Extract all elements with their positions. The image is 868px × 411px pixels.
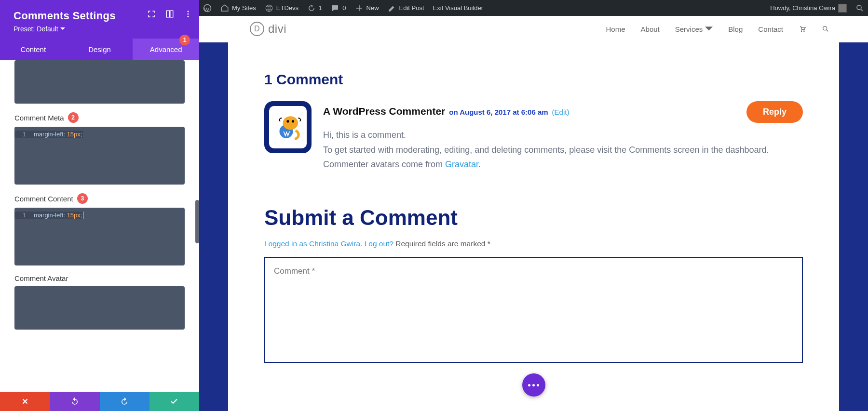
- wp-new[interactable]: New: [355, 4, 379, 13]
- comment-meta: on August 6, 2017 at 6:06 am: [449, 108, 548, 116]
- site-logo[interactable]: D divi: [250, 22, 286, 36]
- cancel-button[interactable]: [0, 392, 50, 411]
- wp-howdy[interactable]: Howdy, Christina Gwira: [770, 4, 847, 13]
- nav-about[interactable]: About: [641, 25, 660, 33]
- svg-point-0: [188, 11, 189, 12]
- comment-edit-link[interactable]: (Edit): [552, 108, 570, 116]
- nav-home[interactable]: Home: [606, 25, 625, 33]
- main-nav: Home About Services Blog Contact: [606, 25, 829, 33]
- cart-icon[interactable]: [799, 25, 806, 33]
- submit-heading: Submit a Comment: [264, 206, 803, 230]
- wp-site[interactable]: ETDevs: [265, 4, 298, 13]
- page-canvas: 1 Comment: [228, 42, 839, 411]
- sidebar-tabs: Content Design Advanced 1: [0, 39, 199, 60]
- wp-mysites[interactable]: My Sites: [220, 4, 256, 13]
- nav-contact[interactable]: Contact: [758, 25, 783, 33]
- code-editor-prev[interactable]: [14, 60, 185, 104]
- code-editor-comment-content[interactable]: 1 margin-left: 15px;: [14, 208, 185, 265]
- fab-button[interactable]: [522, 373, 545, 397]
- wp-search[interactable]: [855, 4, 864, 13]
- code-editor-comment-meta[interactable]: 1 margin-left: 15px;: [14, 127, 185, 185]
- preset-dropdown[interactable]: Preset: Default: [14, 25, 186, 33]
- redo-button[interactable]: [100, 392, 149, 411]
- svg-point-8: [283, 116, 298, 130]
- scrollbar[interactable]: [195, 200, 199, 243]
- expand-icon[interactable]: [147, 10, 156, 18]
- logged-in-link[interactable]: Logged in as Christina Gwira: [264, 239, 360, 248]
- wp-logo[interactable]: [203, 4, 212, 13]
- comment-text: Hi, this is a comment. To get started wi…: [323, 128, 803, 172]
- svg-point-10: [292, 120, 294, 122]
- comment-textarea[interactable]: [264, 257, 803, 363]
- wp-admin-bar: My Sites ETDevs 1 0 New Edit Post Exit V…: [199, 0, 868, 16]
- field-label-comment-content: Comment Content 3: [14, 193, 185, 204]
- tab-badge: 1: [179, 35, 190, 45]
- svg-point-5: [857, 5, 861, 10]
- comments-heading: 1 Comment: [264, 71, 803, 88]
- wp-updates[interactable]: 1: [307, 4, 322, 13]
- comment-author: A WordPress Commenter: [323, 106, 445, 117]
- wp-comments[interactable]: 0: [331, 4, 346, 13]
- sidebar-header: Comments Settings Preset: Default: [0, 0, 199, 39]
- page-frame: 1 Comment: [199, 42, 868, 411]
- wp-edit[interactable]: Edit Post: [388, 4, 424, 13]
- wapuu-icon: [274, 114, 301, 141]
- site-header: D divi Home About Services Blog Contact: [199, 16, 868, 42]
- logout-link[interactable]: Log out?: [365, 239, 393, 248]
- code-editor-comment-avatar[interactable]: [14, 286, 185, 330]
- svg-point-2: [188, 16, 189, 17]
- nav-services[interactable]: Services: [675, 25, 713, 33]
- sidebar-footer: [0, 392, 199, 411]
- comment-avatar: [264, 101, 312, 153]
- user-avatar: [838, 4, 847, 13]
- reply-button[interactable]: Reply: [746, 101, 803, 123]
- search-icon[interactable]: [822, 25, 829, 33]
- svg-point-1: [188, 13, 189, 15]
- settings-sidebar: Comments Settings Preset: Default Conten…: [0, 0, 199, 411]
- field-label-comment-meta: Comment Meta 2: [14, 112, 185, 123]
- columns-icon[interactable]: [165, 10, 174, 18]
- field-label-comment-avatar: Comment Avatar: [14, 274, 185, 282]
- comment-item: A WordPress Commenter on August 6, 2017 …: [264, 101, 803, 172]
- save-button[interactable]: [149, 392, 199, 411]
- tab-design[interactable]: Design: [67, 39, 133, 60]
- more-icon[interactable]: [184, 10, 192, 18]
- tab-content[interactable]: Content: [0, 39, 67, 60]
- nav-blog[interactable]: Blog: [728, 25, 743, 33]
- wp-exit-builder[interactable]: Exit Visual Builder: [433, 4, 484, 12]
- tab-advanced[interactable]: Advanced 1: [133, 39, 199, 60]
- undo-button[interactable]: [50, 392, 99, 411]
- gravatar-link[interactable]: Gravatar: [445, 159, 478, 169]
- sidebar-body: Comment Meta 2 1 margin-left: 15px; Comm…: [0, 60, 199, 392]
- login-status: Logged in as Christina Gwira. Log out? R…: [264, 239, 803, 248]
- svg-point-4: [266, 5, 272, 12]
- svg-point-6: [823, 27, 827, 30]
- svg-point-9: [286, 120, 289, 122]
